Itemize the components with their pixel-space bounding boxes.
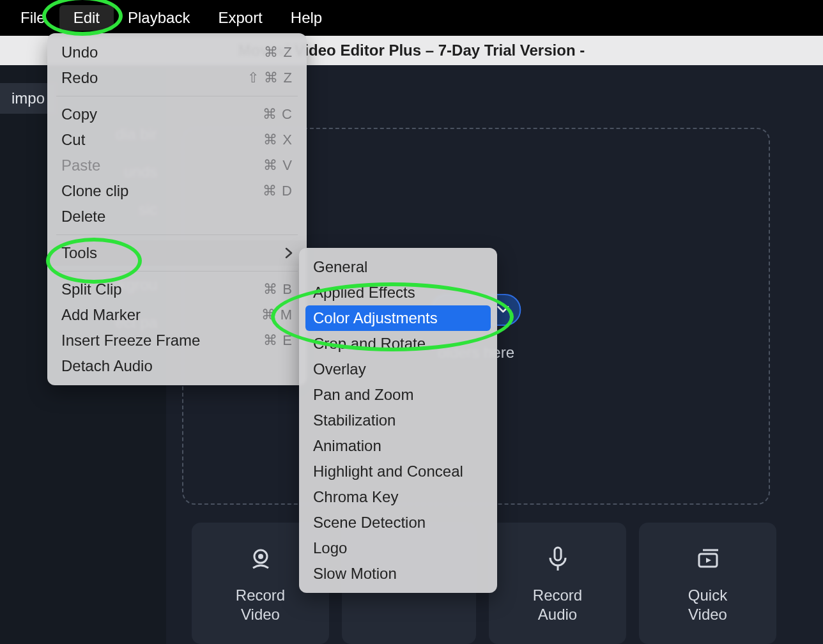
menu-label: Add Marker <box>61 306 141 324</box>
card-line1: Quick <box>688 586 727 604</box>
card-line1: Record <box>236 586 285 604</box>
menu-label: Scene Detection <box>313 514 426 532</box>
menu-label: Slow Motion <box>313 565 397 583</box>
menu-item-add-marker[interactable]: Add Marker ⌘ M <box>47 302 307 328</box>
submenu-item-animation[interactable]: Animation <box>299 433 497 459</box>
menu-label: Delete <box>61 208 105 226</box>
menubar-item-edit[interactable]: Edit <box>59 5 114 31</box>
menu-label: Chroma Key <box>313 488 398 506</box>
menu-item-paste: Paste ⌘ V <box>47 153 307 178</box>
tools-submenu: General Applied Effects Color Adjustment… <box>299 248 497 593</box>
menu-label: Detach Audio <box>61 357 153 375</box>
camera-icon <box>248 543 273 575</box>
menu-label: Applied Effects <box>313 284 415 302</box>
menu-item-detach-audio[interactable]: Detach Audio <box>47 353 307 379</box>
submenu-item-stabilization[interactable]: Stabilization <box>299 408 497 433</box>
menubar: File Edit Playback Export Help <box>0 0 823 36</box>
menu-separator <box>56 96 298 96</box>
menu-label: Animation <box>313 437 381 455</box>
menu-label: Overlay <box>313 360 366 378</box>
menubar-item-export[interactable]: Export <box>204 5 276 31</box>
menu-shortcut: ⌘ M <box>261 307 293 323</box>
quick-video-icon <box>694 543 722 575</box>
edit-menu: Undo ⌘ Z Redo ⇧ ⌘ Z Copy ⌘ C Cut ⌘ X Pas… <box>47 33 307 385</box>
menu-shortcut: ⌘ B <box>263 281 293 298</box>
svg-rect-2 <box>555 548 561 560</box>
menu-separator <box>56 271 298 272</box>
submenu-item-logo[interactable]: Logo <box>299 535 497 561</box>
menu-shortcut: ⇧ ⌘ Z <box>247 70 293 86</box>
submenu-item-chroma-key[interactable]: Chroma Key <box>299 484 497 510</box>
record-audio-card[interactable]: Record Audio <box>489 523 626 644</box>
menu-label: Stabilization <box>313 411 396 429</box>
menubar-item-help[interactable]: Help <box>277 5 336 31</box>
submenu-item-highlight-and-conceal[interactable]: Highlight and Conceal <box>299 459 497 484</box>
submenu-item-scene-detection[interactable]: Scene Detection <box>299 510 497 535</box>
submenu-item-overlay[interactable]: Overlay <box>299 356 497 382</box>
menu-label: Insert Freeze Frame <box>61 332 200 349</box>
menu-label: Logo <box>313 539 347 557</box>
menu-label: Undo <box>61 43 98 61</box>
card-line1: Record <box>533 586 582 604</box>
menu-label: Clone clip <box>61 182 128 200</box>
menu-label: Color Adjustments <box>313 309 438 327</box>
menu-item-split-clip[interactable]: Split Clip ⌘ B <box>47 277 307 302</box>
svg-marker-5 <box>706 558 711 563</box>
menu-item-cut[interactable]: Cut ⌘ X <box>47 127 307 153</box>
menu-shortcut: ⌘ V <box>263 157 293 174</box>
menu-item-delete[interactable]: Delete <box>47 204 307 229</box>
menu-shortcut: ⌘ Z <box>264 44 293 61</box>
menu-item-tools[interactable]: Tools <box>47 240 307 266</box>
menu-label: Copy <box>61 105 97 123</box>
submenu-item-pan-and-zoom[interactable]: Pan and Zoom <box>299 382 497 408</box>
mic-icon <box>547 543 569 575</box>
menu-label: Tools <box>61 244 97 262</box>
menu-shortcut: ⌘ X <box>263 132 293 148</box>
submenu-item-crop-and-rotate[interactable]: Crop and Rotate <box>299 331 497 356</box>
menu-item-clone-clip[interactable]: Clone clip ⌘ D <box>47 178 307 204</box>
menu-label: Crop and Rotate <box>313 335 426 353</box>
menu-label: Paste <box>61 157 100 174</box>
menubar-item-file[interactable]: File <box>6 5 59 31</box>
quick-video-card[interactable]: Quick Video <box>639 523 776 644</box>
menu-shortcut: ⌘ C <box>263 106 293 123</box>
svg-point-1 <box>258 554 263 559</box>
menu-label: Highlight and Conceal <box>313 463 463 480</box>
chevron-right-icon <box>285 247 293 259</box>
submenu-item-applied-effects[interactable]: Applied Effects <box>299 280 497 305</box>
menu-item-copy[interactable]: Copy ⌘ C <box>47 102 307 127</box>
submenu-item-color-adjustments[interactable]: Color Adjustments <box>305 305 491 331</box>
menu-item-insert-freeze-frame[interactable]: Insert Freeze Frame ⌘ E <box>47 328 307 353</box>
submenu-item-slow-motion[interactable]: Slow Motion <box>299 561 497 586</box>
menu-label: Redo <box>61 69 98 87</box>
menu-shortcut: ⌘ E <box>263 332 293 349</box>
card-line2: Audio <box>538 606 577 624</box>
menubar-item-playback[interactable]: Playback <box>114 5 204 31</box>
menu-shortcut: ⌘ D <box>263 183 293 199</box>
menu-item-redo[interactable]: Redo ⇧ ⌘ Z <box>47 65 307 91</box>
menu-label: Pan and Zoom <box>313 386 413 404</box>
menu-label: Split Clip <box>61 280 122 298</box>
menu-label: Cut <box>61 131 85 149</box>
card-line2: Video <box>241 606 280 624</box>
menu-label: General <box>313 258 367 276</box>
card-line2: Video <box>688 606 727 624</box>
menu-separator <box>56 234 298 235</box>
submenu-item-general[interactable]: General <box>299 254 497 280</box>
menu-item-undo[interactable]: Undo ⌘ Z <box>47 40 307 65</box>
